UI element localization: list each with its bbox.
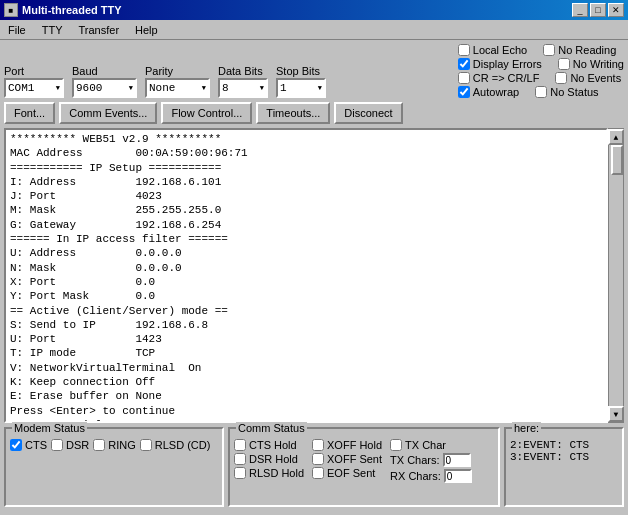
right-panel: Local Echo No Reading Display Errors No … (458, 44, 624, 98)
no-events-label: No Events (570, 72, 621, 84)
window-title: Multi-threaded TTY (22, 4, 122, 16)
maximize-button[interactable]: □ (590, 3, 606, 17)
terminal-line: == Active (Client/Server) mode == (10, 304, 602, 318)
flow-control-button[interactable]: Flow Control... (161, 102, 252, 124)
timeouts-button[interactable]: Timeouts... (256, 102, 330, 124)
app-icon: ■ (4, 3, 18, 17)
terminal-line: T: IP mode TCP (10, 346, 602, 360)
baud-select[interactable]: 9600 (74, 80, 119, 96)
stopbits-select-wrapper[interactable]: 1 (276, 78, 326, 98)
checkbox-row-1: Local Echo No Reading (458, 44, 624, 56)
baud-label: Baud (72, 65, 137, 77)
no-writing-checkbox[interactable] (558, 58, 570, 70)
ring-checkbox[interactable] (93, 439, 105, 451)
cr-crlf-checkbox[interactable] (458, 72, 470, 84)
rlsd-hold-checkbox[interactable] (234, 467, 246, 479)
xoff-sent-checkbox[interactable] (312, 453, 324, 465)
parity-group: Parity None (145, 65, 210, 98)
menu-tty[interactable]: TTY (38, 23, 67, 37)
xoff-hold-checkbox[interactable] (312, 439, 324, 451)
stopbits-group: Stop Bits 1 (276, 65, 326, 98)
autowrap-checkbox[interactable] (458, 86, 470, 98)
local-echo-label: Local Echo (473, 44, 527, 56)
scroll-thumb[interactable] (611, 145, 623, 175)
scroll-track (609, 145, 623, 406)
parity-select[interactable]: None (147, 80, 192, 96)
databits-group: Data Bits 8 (218, 65, 268, 98)
dsr-item: DSR (51, 439, 89, 451)
tx-char-checkbox[interactable] (390, 439, 402, 451)
minimize-button[interactable]: _ (572, 3, 588, 17)
dsr-hold-checkbox[interactable] (234, 453, 246, 465)
scroll-down-button[interactable]: ▼ (608, 406, 624, 422)
databits-select[interactable]: 8 (220, 80, 245, 96)
font-button[interactable]: Font... (4, 102, 55, 124)
databits-select-wrapper[interactable]: 8 (218, 78, 268, 98)
local-echo-checkbox[interactable] (458, 44, 470, 56)
terminal-container: ********** WEB51 v2.9 **********MAC Addr… (4, 128, 624, 423)
terminal-line: V: NetworkVirtualTerminal On (10, 361, 602, 375)
modem-status-row: CTS DSR RING RLSD (CD) (10, 439, 218, 451)
scrollbar[interactable]: ▲ ▼ (608, 128, 624, 423)
settings-row: Port COM1 Baud 9600 Parity None (4, 44, 624, 98)
scroll-up-button[interactable]: ▲ (608, 129, 624, 145)
ring-item: RING (93, 439, 136, 451)
here-line-2: 3:EVENT: CTS (510, 451, 618, 463)
terminal-line: Y: Port Mask 0.0 (10, 289, 602, 303)
port-label: Port (4, 65, 64, 77)
cts-hold-label: CTS Hold (249, 439, 297, 451)
rlsd-hold-item: RLSD Hold (234, 467, 304, 479)
parity-label: Parity (145, 65, 210, 77)
dsr-hold-label: DSR Hold (249, 453, 298, 465)
stopbits-select[interactable]: 1 (278, 80, 303, 96)
stopbits-label: Stop Bits (276, 65, 326, 77)
menu-file[interactable]: File (4, 23, 30, 37)
close-button[interactable]: ✕ (608, 3, 624, 17)
dsr-checkbox[interactable] (51, 439, 63, 451)
rlsd-checkbox[interactable] (140, 439, 152, 451)
terminal-line: M: Mask 255.255.255.0 (10, 203, 602, 217)
terminal-line: G: Gateway 192.168.6.254 (10, 218, 602, 232)
terminal-line: U: Address 0.0.0.0 (10, 246, 602, 260)
checkbox-row-2: Display Errors No Writing (458, 58, 624, 70)
terminal-area[interactable]: ********** WEB51 v2.9 **********MAC Addr… (4, 128, 608, 423)
no-reading-item: No Reading (543, 44, 616, 56)
no-writing-item: No Writing (558, 58, 624, 70)
cts-item: CTS (10, 439, 47, 451)
rx-chars-input[interactable] (444, 469, 472, 483)
no-reading-checkbox[interactable] (543, 44, 555, 56)
no-events-checkbox[interactable] (555, 72, 567, 84)
display-errors-checkbox[interactable] (458, 58, 470, 70)
cts-hold-checkbox[interactable] (234, 439, 246, 451)
xoff-sent-item: XOFF Sent (312, 453, 382, 465)
comm-events-button[interactable]: Comm Events... (59, 102, 157, 124)
menu-help[interactable]: Help (131, 23, 162, 37)
cr-crlf-item: CR => CR/LF (458, 72, 540, 84)
cr-crlf-label: CR => CR/LF (473, 72, 540, 84)
terminal-line: S: Send to IP 192.168.6.8 (10, 318, 602, 332)
tx-char-label: TX Char (405, 439, 446, 451)
here-panel: here: 2:EVENT: CTS 3:EVENT: CTS (504, 427, 624, 507)
parity-select-wrapper[interactable]: None (145, 78, 210, 98)
no-status-checkbox[interactable] (535, 86, 547, 98)
buttons-row: Font... Comm Events... Flow Control... T… (4, 102, 624, 124)
tx-chars-label: TX Chars: (390, 454, 440, 466)
port-select-wrapper[interactable]: COM1 (4, 78, 64, 98)
eof-sent-checkbox[interactable] (312, 467, 324, 479)
tx-chars-input[interactable] (443, 453, 471, 467)
disconnect-button[interactable]: Disconect (334, 102, 402, 124)
cts-checkbox[interactable] (10, 439, 22, 451)
terminal-line: X: Port 0.0 (10, 275, 602, 289)
baud-group: Baud 9600 (72, 65, 137, 98)
cts-label: CTS (25, 439, 47, 451)
rx-chars-label: RX Chars: (390, 470, 441, 482)
rlsd-hold-label: RLSD Hold (249, 467, 304, 479)
no-writing-label: No Writing (573, 58, 624, 70)
port-select[interactable]: COM1 (6, 80, 51, 96)
baud-select-wrapper[interactable]: 9600 (72, 78, 137, 98)
dsr-hold-item: DSR Hold (234, 453, 304, 465)
cts-hold-item: CTS Hold (234, 439, 304, 451)
menu-transfer[interactable]: Transfer (75, 23, 124, 37)
comm-status-panel: Comm Status CTS Hold DSR Hold RLSD Hold (228, 427, 500, 507)
tx-char-item: TX Char (390, 439, 472, 451)
